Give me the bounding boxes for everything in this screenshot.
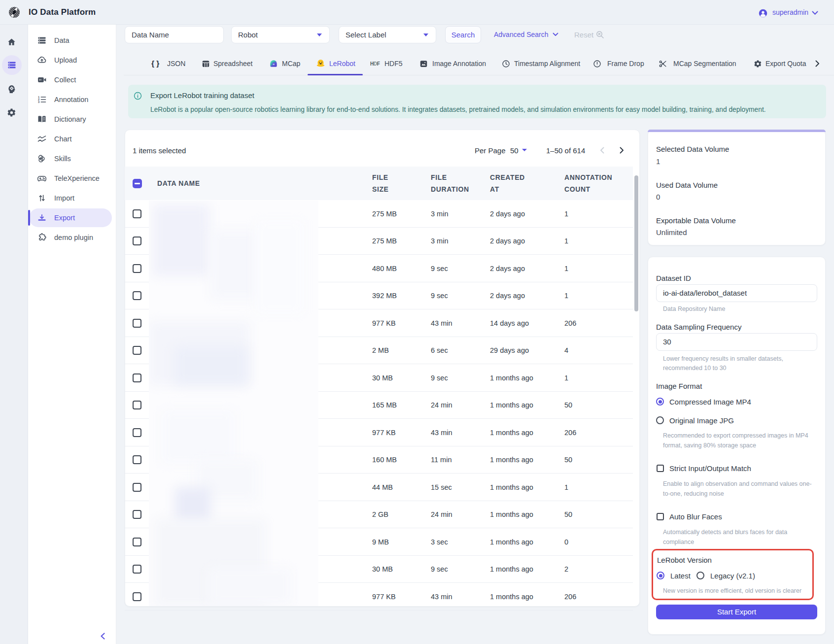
- svg-text:M: M: [273, 63, 275, 66]
- svg-text:3: 3: [38, 101, 40, 103]
